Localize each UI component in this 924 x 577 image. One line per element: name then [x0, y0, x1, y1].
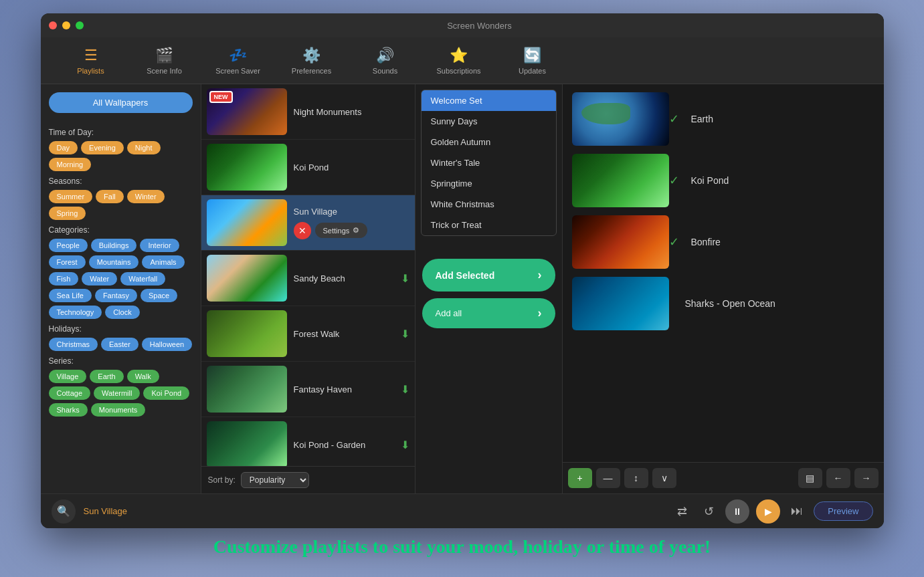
tag-spring[interactable]: Spring	[49, 207, 86, 220]
tag-sea-life[interactable]: Sea Life	[49, 289, 92, 302]
fullscreen-button[interactable]	[76, 21, 84, 29]
playlist-ctrl-5[interactable]: ←	[826, 468, 850, 488]
tag-people[interactable]: People	[49, 239, 88, 252]
tag-cottage[interactable]: Cottage	[49, 386, 91, 400]
playlist-item-koi-pond[interactable]: ✓ Koi Pond	[568, 151, 879, 210]
tag-animals[interactable]: Animals	[142, 255, 184, 269]
tab-screen-saver[interactable]: 💤 Screen Saver	[201, 41, 275, 81]
categories-tags: People Buildings Interior Forest Mountai…	[49, 239, 193, 319]
tag-clock[interactable]: Clock	[105, 306, 140, 319]
tag-monuments[interactable]: Monuments	[91, 403, 145, 417]
wallpaper-item-night-monuments[interactable]: NEW Night Monuments	[201, 84, 415, 140]
tag-forest[interactable]: Forest	[49, 255, 86, 269]
shuffle-button[interactable]: ⇄	[672, 501, 692, 522]
tag-evening[interactable]: Evening	[81, 141, 124, 154]
playlist-name-sharks: Sharks - Open Ocean	[669, 298, 874, 309]
add-playlist-item-button[interactable]: +	[568, 468, 592, 488]
tab-preferences[interactable]: ⚙️ Preferences	[275, 41, 349, 81]
add-all-button[interactable]: Add all ›	[422, 298, 555, 328]
dropdown-item-golden-autumn[interactable]: Golden Autumn	[422, 132, 556, 152]
tag-village[interactable]: Village	[49, 370, 87, 383]
tab-updates[interactable]: 🔄 Updates	[496, 41, 569, 81]
tag-mountains[interactable]: Mountains	[89, 255, 139, 269]
dropdown-item-welcome-set[interactable]: Welcome Set	[422, 90, 556, 111]
tag-fantasy[interactable]: Fantasy	[95, 289, 137, 302]
preview-button[interactable]: Preview	[814, 501, 872, 521]
thumb-night-monuments: NEW	[207, 88, 287, 135]
tag-halloween[interactable]: Halloween	[142, 338, 192, 351]
dropdown-item-sunny-days[interactable]: Sunny Days	[422, 111, 556, 132]
tab-subscriptions[interactable]: ⭐ Subscriptions	[422, 41, 496, 81]
wallpaper-list: NEW Night Monuments Koi Pond Sun Village…	[201, 84, 415, 466]
tag-christmas[interactable]: Christmas	[49, 338, 98, 351]
tagline-area: Customize playlists to suit your mood, h…	[41, 528, 884, 566]
tag-morning[interactable]: Morning	[49, 158, 92, 171]
add-selected-button[interactable]: Add Selected ›	[422, 259, 555, 292]
subscriptions-icon: ⭐	[450, 47, 468, 64]
settings-button[interactable]: Settings ⚙	[315, 223, 368, 238]
minimize-button[interactable]	[62, 21, 70, 29]
tag-winter[interactable]: Winter	[127, 190, 165, 203]
sort-select[interactable]: Popularity Name Date Added	[241, 472, 309, 488]
remove-button[interactable]: ✕	[294, 222, 311, 239]
playlist-item-earth[interactable]: ✓ Earth	[568, 90, 879, 148]
tag-day[interactable]: Day	[49, 141, 78, 154]
dropdown-item-trick-or-treat[interactable]: Trick or Treat	[422, 215, 556, 235]
loop-button[interactable]: ↺	[699, 501, 719, 522]
tag-technology[interactable]: Technology	[49, 306, 102, 319]
tag-easter[interactable]: Easter	[101, 338, 138, 351]
wallpaper-name-koi-pond-garden: Koi Pond - Garden	[287, 440, 398, 450]
wallpaper-item-koi-pond[interactable]: Koi Pond	[201, 140, 415, 195]
search-button[interactable]: 🔍	[52, 499, 76, 524]
tag-interior[interactable]: Interior	[140, 239, 179, 252]
new-badge: NEW	[209, 91, 233, 103]
sidebar: All Wallpapers Time of Day: Day Evening …	[41, 84, 201, 493]
playlist-ctrl-2[interactable]: ↕	[624, 468, 648, 488]
tag-summer[interactable]: Summer	[49, 190, 93, 203]
dropdown-item-springtime[interactable]: Springtime	[422, 173, 556, 194]
tab-sounds[interactable]: 🔊 Sounds	[349, 41, 422, 81]
tag-buildings[interactable]: Buildings	[91, 239, 137, 252]
close-button[interactable]	[49, 21, 57, 29]
thumb-koi-pond	[207, 144, 287, 191]
playlist-item-bonfire[interactable]: ✓ Bonfire	[568, 213, 879, 271]
wallpaper-item-forest-walk[interactable]: Forest Walk ⬇	[201, 306, 415, 362]
dropdown-item-white-christmas[interactable]: White Christmas	[422, 194, 556, 215]
playlist-controls: + — ↕ ∨ ▤ ← →	[563, 462, 884, 493]
tag-water[interactable]: Water	[82, 272, 117, 285]
check-bonfire: ✓	[669, 235, 679, 249]
tag-watermill[interactable]: Watermill	[94, 386, 140, 400]
all-wallpapers-button[interactable]: All Wallpapers	[49, 92, 193, 113]
series-tags: Village Earth Walk Cottage Watermill Koi…	[49, 370, 193, 417]
right-panel: ✓ Earth ✓ Koi Pond ✓ Bonfire Sharks - Op…	[563, 84, 884, 493]
tab-scene-info[interactable]: 🎬 Scene Info	[128, 41, 201, 81]
wallpaper-item-fantasy-haven[interactable]: Fantasy Haven ⬇	[201, 362, 415, 417]
check-earth: ✓	[669, 112, 679, 126]
playlist-item-sharks[interactable]: Sharks - Open Ocean	[568, 274, 879, 333]
action-buttons: Add Selected › Add all ›	[415, 248, 562, 339]
tag-space[interactable]: Space	[141, 289, 177, 302]
tag-sharks[interactable]: Sharks	[49, 403, 88, 417]
tag-fish[interactable]: Fish	[49, 272, 79, 285]
playlist-ctrl-3[interactable]: ∨	[652, 468, 676, 488]
wallpaper-panel: NEW Night Monuments Koi Pond Sun Village…	[201, 84, 415, 493]
tag-waterfall[interactable]: Waterfall	[120, 272, 165, 285]
tag-earth[interactable]: Earth	[90, 370, 123, 383]
tag-night[interactable]: Night	[127, 141, 161, 154]
playlist-ctrl-1[interactable]: —	[596, 468, 620, 488]
bottom-bar: 🔍 Sun Village ⇄ ↺ ⏸ ▶ ⏭ Preview	[41, 493, 884, 528]
playlist-ctrl-6[interactable]: →	[854, 468, 879, 488]
play-button[interactable]: ▶	[756, 499, 780, 524]
pause-button[interactable]: ⏸	[725, 499, 749, 524]
tag-koi-pond[interactable]: Koi Pond	[143, 386, 189, 400]
tag-walk[interactable]: Walk	[127, 370, 159, 383]
wallpaper-item-sun-village[interactable]: Sun Village ✕ Settings ⚙	[201, 195, 415, 251]
tag-fall[interactable]: Fall	[96, 190, 124, 203]
tab-playlists[interactable]: ☰ Playlists	[54, 41, 128, 81]
dropdown-item-winters-tale[interactable]: Winter's Tale	[422, 152, 556, 173]
time-of-day-label: Time of Day:	[49, 128, 193, 137]
wallpaper-item-koi-pond-garden[interactable]: Koi Pond - Garden ⬇	[201, 417, 415, 466]
wallpaper-item-sandy-beach[interactable]: Sandy Beach ⬇	[201, 251, 415, 306]
next-button[interactable]: ⏭	[787, 501, 807, 522]
playlist-ctrl-4[interactable]: ▤	[798, 468, 822, 488]
